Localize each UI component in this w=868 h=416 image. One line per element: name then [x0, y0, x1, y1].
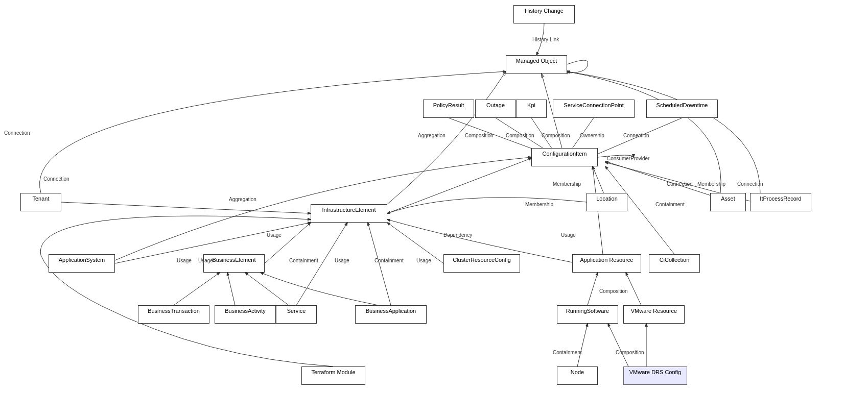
node-business-activity: BusinessActivity — [215, 305, 276, 324]
node-business-element: BusinessElement — [203, 254, 265, 273]
edge-label-usage-4: Usage — [335, 258, 349, 263]
edge-label-composition-4: Composition — [599, 288, 628, 294]
edge-label-usage-3: Usage — [198, 258, 213, 263]
node-location: Location — [587, 193, 627, 211]
edge-label-ownership: Ownership — [580, 133, 604, 138]
node-it-process-record: ItProcessRecord — [750, 193, 811, 211]
edge-label-history-link: History Link — [532, 37, 559, 42]
edge-label-usage-6: Usage — [561, 232, 576, 238]
node-cluster-resource-config: ClusterResourceConfig — [443, 254, 520, 273]
edge-label-containment-3: Containment — [655, 202, 685, 207]
node-configuration-item: ConfigurationItem — [531, 148, 598, 166]
node-business-transaction: BusinessTransaction — [138, 305, 209, 324]
node-business-application: BusinessApplication — [355, 305, 427, 324]
edge-label-connection-3: Connection — [623, 133, 649, 138]
node-application-resource: Application Resource — [572, 254, 641, 273]
edge-label-usage-2: Usage — [177, 258, 192, 263]
edge-label-consumer-provider: ConsumerProvider — [607, 156, 649, 161]
edge-label-membership-2: Membership — [525, 202, 553, 207]
edge-label-dependency: Dependency — [443, 232, 472, 238]
edge-label-composition-1: Composition — [465, 133, 494, 138]
edge-label-usage-1: Usage — [267, 232, 281, 238]
edge-label-membership-1: Membership — [553, 181, 581, 187]
node-history-change: History Change — [513, 5, 575, 23]
node-node: Node — [557, 366, 598, 385]
node-application-system: ApplicationSystem — [49, 254, 115, 273]
node-service-connection-point: ServiceConnectionPoint — [553, 100, 635, 118]
edge-label-connection-5: Connection — [737, 181, 763, 187]
diagram-container: History Change Managed Object Configurat… — [0, 0, 868, 416]
edge-label-containment-2: Containment — [374, 258, 404, 263]
node-terraform-module: Terraform Module — [301, 366, 365, 385]
node-managed-object: Managed Object — [506, 55, 567, 74]
edge-label-connection-1: Connection — [4, 130, 30, 136]
edge-label-aggregation-2: Aggregation — [229, 197, 256, 202]
edge-label-usage-5: Usage — [416, 258, 431, 263]
node-outage: Outage — [475, 100, 516, 118]
edge-label-aggregation-1: Aggregation — [418, 133, 445, 138]
edge-label-containment-4: Containment — [553, 350, 582, 355]
node-running-software: RunningSoftware — [557, 305, 618, 324]
node-infrastructure-element: InfrastructureElement — [311, 204, 387, 223]
edge-label-composition-2: Composition — [506, 133, 534, 138]
edge-label-composition-3: Composition — [542, 133, 570, 138]
node-asset: Asset — [710, 193, 746, 211]
edge-label-membership-3: Membership — [697, 181, 725, 187]
node-ci-collection: CiCollection — [649, 254, 700, 273]
edge-label-composition-5: Composition — [616, 350, 644, 355]
node-vmware-drs-config: VMware DRS Config — [623, 366, 687, 385]
node-scheduled-downtime: ScheduledDowntime — [646, 100, 718, 118]
node-kpi: Kpi — [516, 100, 547, 118]
node-tenant: Tenant — [20, 193, 61, 211]
edge-label-containment-1: Containment — [289, 258, 318, 263]
node-policy-result: PolicyResult — [423, 100, 474, 118]
node-vmware-resource: VMware Resource — [623, 305, 685, 324]
edge-label-connection-4: Connection — [667, 181, 693, 187]
edge-label-connection-2: Connection — [43, 176, 69, 182]
node-service: Service — [276, 305, 317, 324]
